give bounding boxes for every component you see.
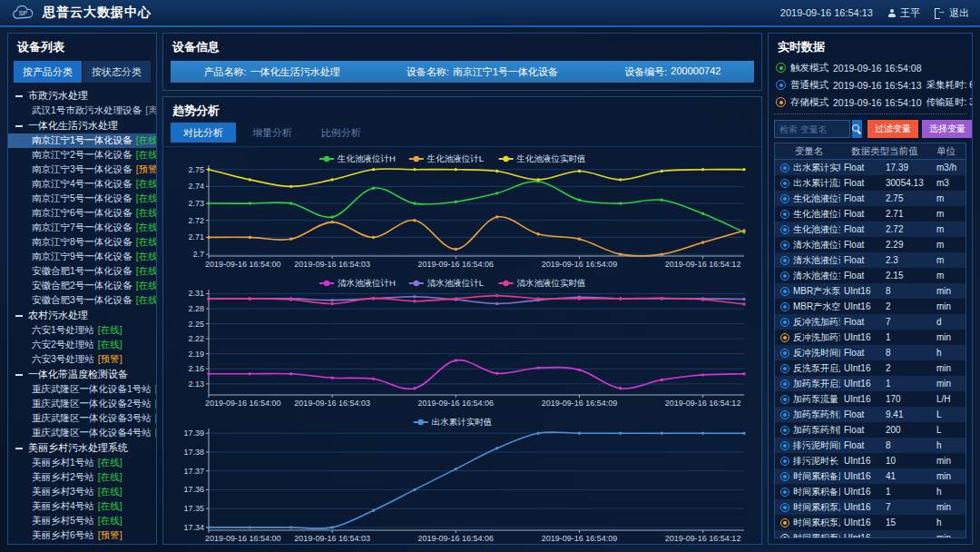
table-row[interactable]: 出水累计实时值Float17.39m3/h — [775, 160, 965, 175]
variable-name-text: 生化池液位实时值 — [793, 223, 840, 236]
trend-tab[interactable]: 增量分析 — [240, 123, 305, 143]
device-item[interactable]: 南京江宁6号一体化设备[在线] — [8, 206, 156, 221]
cell-unit: m — [936, 240, 960, 250]
trend-title: 趋势分析 — [163, 97, 761, 123]
trend-tab[interactable]: 对比分析 — [171, 123, 236, 143]
table-row[interactable]: 生化池液位计LFloat2.71m — [775, 206, 965, 222]
device-item[interactable]: 南京江宁2号一体化设备[在线] — [8, 148, 156, 163]
device-item[interactable]: 武汉1号市政污水处理设备[离线] — [8, 104, 156, 118]
legend-label[interactable]: 清水池液位计L — [427, 278, 484, 288]
sidebar-tab[interactable]: 按产品分类 — [14, 61, 82, 83]
table-row[interactable]: 排污泥时长UInt1610min — [775, 453, 965, 468]
y-tick-label: 2.72 — [188, 216, 204, 225]
trend-tab[interactable]: 比例分析 — [309, 123, 374, 143]
group-label: 农村污水处理 — [28, 309, 88, 322]
x-tick-label: 2019-09-16 16:54:03 — [294, 399, 370, 408]
device-status-badge: [在线] — [98, 486, 122, 498]
tree-group-row[interactable]: 一体化生活污水处理 — [8, 118, 156, 133]
table-row[interactable]: 清水池液位实时值Float2.15m — [775, 268, 965, 283]
tree-group-row[interactable]: 一体化带温度检测设备 — [8, 367, 156, 382]
device-item[interactable]: 南京江宁8号一体化设备[在线] — [8, 235, 156, 250]
user-menu[interactable]: 王平 — [887, 6, 920, 20]
table-row[interactable]: 时间累积泵前产水电动阀分UInt16-min — [775, 530, 965, 538]
device-item[interactable]: 安徽合肥1号一体化设备[在线] — [8, 264, 156, 279]
variable-search-input[interactable] — [774, 120, 850, 138]
y-tick-label: 2.75 — [188, 165, 204, 174]
table-row[interactable]: 加药泵药剂限定值Float200L — [775, 422, 965, 438]
table-row[interactable]: 反洗泵开启反洗时长UInt162min — [775, 360, 965, 376]
device-item[interactable]: 六安3号处理站[预警] — [8, 352, 156, 367]
cell-data-type: UInt16 — [844, 487, 882, 497]
search-button[interactable] — [852, 120, 862, 138]
device-item[interactable]: 南京江宁7号一体化设备[在线] — [8, 221, 156, 235]
table-row[interactable]: 加药泵药剂累计流量Float9.41L — [775, 407, 965, 422]
device-item[interactable]: 南京江宁1号一体化设备[在线] — [8, 133, 156, 148]
device-status-badge: [在线] — [136, 134, 156, 147]
table-row[interactable]: 清水池液位计HFloat2.29m — [775, 237, 965, 252]
filter-variables-button[interactable]: 过滤变量 — [867, 120, 918, 138]
cell-current-value: 10 — [886, 456, 933, 466]
info-field-label: 设备名称: — [407, 65, 449, 79]
table-row[interactable]: 反冲洗时间间隔Float8h — [775, 345, 965, 360]
device-item[interactable]: 美丽乡村3号站[在线] — [8, 485, 156, 499]
y-tick-label: 2.31 — [188, 289, 204, 298]
device-item[interactable]: 美丽乡村6号站[预警] — [8, 528, 156, 543]
tree-group-row[interactable]: 市政污水处理 — [8, 88, 156, 104]
device-item[interactable]: 美丽乡村4号站[在线] — [8, 499, 156, 514]
device-item[interactable]: 安徽合肥3号一体化设备[在线] — [8, 293, 156, 308]
legend-label[interactable]: 生化池液位计L — [426, 153, 484, 163]
table-row[interactable]: MBR产水空曝时间分UInt162min — [775, 299, 965, 314]
logout-icon — [935, 8, 945, 17]
legend-label[interactable]: 生化池液位计H — [337, 153, 396, 163]
status-row: 触发模式2019-09-16 16:54:08 — [769, 59, 972, 76]
legend-label[interactable]: 出水累计实时值 — [432, 417, 493, 427]
main-layout: 设备列表 按产品分类按状态分类 市政污水处理武汉1号市政污水处理设备[离线]一体… — [7, 33, 973, 545]
legend-label[interactable]: 生化池液位实时值 — [516, 153, 586, 163]
cell-current-value: 2.75 — [886, 193, 933, 203]
table-row[interactable]: 清水池液位计LFloat2.3m — [775, 252, 965, 268]
tree-group-row[interactable]: 美丽乡村污水处理系统 — [8, 440, 156, 456]
device-status-badge: [在线] — [98, 471, 122, 484]
cell-data-type: Float — [844, 193, 882, 203]
tree-group-row[interactable]: 农村污水处理 — [8, 308, 156, 323]
device-item[interactable]: 美丽乡村5号站[在线] — [8, 514, 156, 528]
device-item[interactable]: 安徽合肥2号一体化设备[在线] — [8, 279, 156, 293]
legend-label[interactable]: 清水池液位计H — [338, 278, 396, 288]
table-row[interactable]: 加药泵流量UInt16170L/H — [775, 391, 965, 407]
device-item[interactable]: 重庆武隆区一体化设备4号站[预警] — [8, 426, 156, 440]
device-status-badge: [在线] — [136, 294, 156, 307]
device-item[interactable]: 南京江宁3号一体化设备[预警] — [8, 163, 156, 177]
device-item[interactable]: 六安1号处理站[在线] — [8, 323, 156, 338]
table-row[interactable]: MBR产水泵产水时间分UInt168min — [775, 283, 965, 299]
device-item[interactable]: 美丽乡村2号站[在线] — [8, 470, 156, 485]
table-row[interactable]: 生化池液位实时值Float2.72m — [775, 222, 965, 237]
device-item[interactable]: 六安2号处理站[在线] — [8, 338, 156, 352]
status-label: 普通模式 — [790, 79, 828, 92]
sidebar-tab[interactable]: 按状态分类 — [83, 61, 151, 83]
variable-ring-icon — [780, 271, 789, 281]
variable-ring-icon — [780, 364, 789, 373]
device-item[interactable]: 美丽乡村1号站[在线] — [8, 456, 156, 470]
device-item[interactable]: 南京江宁9号一体化设备[在线] — [8, 250, 156, 264]
device-status-badge: [在线] — [136, 149, 156, 162]
table-row[interactable]: 反冲洗加药泵时间UInt161min — [775, 330, 965, 345]
table-row[interactable]: 反冲洗加药泵间隔时间Float7d — [775, 314, 965, 330]
device-item[interactable]: 重庆武隆区一体化设备1号站[预警] — [8, 382, 156, 397]
select-variables-button[interactable]: 选择变量 — [922, 120, 973, 138]
cell-current-value: 1 — [886, 487, 933, 497]
table-row[interactable]: 时间累积泵后产水电动阀分UInt167min — [775, 499, 965, 515]
device-item[interactable]: 南京江宁5号一体化设备[在线] — [8, 192, 156, 206]
table-row[interactable]: 时间累积备用提升泵时UInt161h — [775, 484, 965, 499]
device-item[interactable]: 南京江宁4号一体化设备[在线] — [8, 177, 156, 192]
table-row[interactable]: 时间累积泵后产水电动阀时UInt1615h — [775, 515, 965, 530]
logout-button[interactable]: 退出 — [935, 6, 969, 20]
table-row[interactable]: 生化池液位计HFloat2.75m — [775, 191, 965, 206]
table-row[interactable]: 出水累计流量值Float30054.13m3 — [775, 175, 965, 191]
legend-label[interactable]: 清水池液位实时值 — [517, 278, 586, 288]
device-item[interactable]: 重庆武隆区一体化设备2号站[预警] — [8, 397, 156, 411]
table-row[interactable]: 时间累积备用提升泵分UInt1641min — [775, 468, 965, 484]
table-row[interactable]: 排污泥时间间隔Float8h — [775, 438, 965, 453]
cell-current-value: 41 — [886, 471, 933, 481]
device-item[interactable]: 重庆武隆区一体化设备3号站[在线] — [8, 411, 156, 426]
table-row[interactable]: 加药泵开启运行时间UInt161min — [775, 376, 965, 391]
